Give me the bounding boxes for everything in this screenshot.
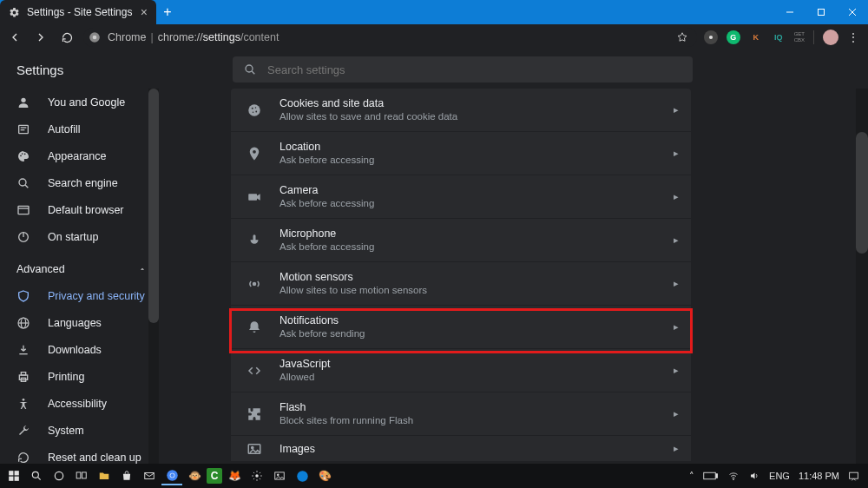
setting-row-motion-sensors[interactable]: Motion sensorsAllow sites to use motion … [231, 262, 691, 306]
start-button[interactable] [3, 466, 24, 485]
svg-rect-35 [248, 194, 257, 201]
sidebar-item-on-startup[interactable]: On startup [0, 223, 159, 250]
taskbar-app-edge[interactable] [292, 466, 312, 485]
sidebar-item-search-engine[interactable]: Search engine [0, 169, 159, 196]
task-view-icon[interactable] [71, 466, 92, 485]
person-icon [16, 96, 30, 109]
tray-lang[interactable]: ENG [769, 471, 790, 481]
wrench-icon [16, 424, 30, 438]
tray-volume-icon[interactable] [748, 471, 760, 481]
menu-kebab-icon[interactable]: ⋮ [847, 30, 859, 44]
extension-camera-icon[interactable] [704, 30, 718, 44]
palette-icon [16, 149, 30, 163]
taskbar-app-photos[interactable] [269, 466, 290, 485]
setting-row-camera[interactable]: CameraAsk before accessing ▸ [231, 175, 691, 219]
sidebar-item-languages[interactable]: Languages [0, 309, 159, 336]
puzzle-icon [247, 406, 262, 422]
taskbar-app-mail[interactable] [139, 466, 160, 485]
sidebar-scrollbar[interactable] [148, 89, 159, 464]
system-tray[interactable]: ˄ ENG 11:48 PM [689, 471, 865, 482]
window-close-button[interactable] [837, 0, 868, 24]
profile-avatar[interactable] [823, 30, 838, 45]
svg-point-13 [20, 155, 22, 156]
sidebar-item-label: Printing [48, 371, 84, 383]
tray-time[interactable]: 11:48 PM [799, 471, 839, 481]
extension-icons: G K IQ GETCBX ⋮ [704, 30, 863, 45]
setting-row-javascript[interactable]: JavaScriptAllowed ▸ [231, 349, 691, 392]
sidebar-item-you-and-google[interactable]: You and Google [0, 89, 159, 115]
taskbar-app-explorer[interactable] [94, 466, 115, 485]
settings-search[interactable] [233, 56, 693, 82]
svg-point-15 [24, 153, 26, 155]
taskbar-app-generic-1[interactable]: 🐵 [184, 466, 205, 485]
svg-rect-42 [9, 477, 13, 481]
sidebar-item-appearance[interactable]: Appearance [0, 142, 159, 169]
svg-point-6 [709, 36, 713, 39]
taskbar-app-settings[interactable] [247, 466, 267, 485]
windows-taskbar: 🐵 C 🦊 🎨 ˄ ENG 11:48 PM [0, 464, 868, 488]
sidebar-item-autofill[interactable]: Autofill [0, 115, 159, 142]
forward-button[interactable] [31, 28, 50, 47]
chevron-right-icon: ▸ [674, 408, 679, 419]
svg-point-31 [252, 107, 253, 109]
svg-point-9 [21, 97, 25, 102]
sidebar-item-system[interactable]: System [0, 417, 159, 444]
search-icon [16, 176, 30, 190]
setting-row-cookies[interactable]: Cookies and site dataAllow sites to save… [231, 89, 691, 132]
tray-notifications-icon[interactable] [848, 471, 859, 482]
settings-search-input[interactable] [267, 63, 682, 76]
sidebar-item-reset[interactable]: Reset and clean up [0, 444, 159, 464]
reset-icon [16, 451, 30, 465]
tray-wifi-icon[interactable] [727, 471, 740, 481]
sidebar-item-downloads[interactable]: Downloads [0, 336, 159, 363]
taskbar-app-store[interactable] [116, 466, 137, 485]
svg-point-29 [23, 399, 25, 401]
search-taskbar-icon[interactable] [26, 466, 47, 485]
window-maximize-button[interactable] [806, 0, 837, 24]
sidebar-item-printing[interactable]: Printing [0, 363, 159, 390]
extension-grammarly-icon[interactable]: G [727, 30, 740, 44]
sidebar: You and Google Autofill Appearance Searc… [0, 89, 159, 464]
setting-row-microphone[interactable]: MicrophoneAsk before accessing ▸ [231, 219, 691, 262]
setting-row-flash[interactable]: FlashBlock sites from running Flash ▸ [231, 392, 691, 436]
svg-rect-58 [716, 474, 718, 478]
setting-row-location[interactable]: LocationAsk before accessing ▸ [231, 132, 691, 175]
chevron-right-icon: ▸ [674, 191, 679, 202]
taskbar-app-camtasia[interactable]: C [207, 468, 222, 484]
sidebar-item-label: Privacy and security [48, 290, 145, 302]
reload-button[interactable] [57, 28, 76, 47]
code-icon [247, 363, 262, 379]
tray-battery-icon[interactable] [703, 472, 719, 480]
sidebar-item-privacy-security[interactable]: Privacy and security [0, 282, 159, 309]
new-tab-button[interactable]: + [156, 0, 179, 24]
svg-rect-40 [9, 471, 13, 475]
setting-row-images[interactable]: Images ▸ [231, 436, 691, 462]
bookmark-star-icon[interactable] [676, 31, 688, 43]
extension-cbx-icon[interactable]: GETCBX [794, 31, 805, 43]
taskbar-app-chrome[interactable] [161, 466, 182, 485]
sidebar-advanced-toggle[interactable]: Advanced [0, 255, 159, 282]
printer-icon [16, 370, 30, 384]
setting-row-notifications[interactable]: NotificationsAsk before sending ▸ [231, 306, 691, 349]
sidebar-item-accessibility[interactable]: Accessibility [0, 390, 159, 417]
main-scrollbar[interactable] [856, 89, 868, 464]
extension-iq-icon[interactable]: IQ [772, 30, 786, 44]
window-titlebar: Settings - Site Settings × + [0, 0, 868, 24]
taskbar-app-paint[interactable]: 🎨 [314, 466, 335, 485]
sidebar-item-default-browser[interactable]: Default browser [0, 196, 159, 223]
address-bar[interactable]: Chrome|chrome://settings/content [83, 28, 697, 47]
extension-k-icon[interactable]: K [749, 30, 763, 44]
tray-chevron-icon[interactable]: ˄ [689, 471, 694, 482]
globe-icon [16, 316, 30, 330]
chevron-right-icon: ▸ [674, 104, 679, 115]
cortana-icon[interactable] [49, 466, 69, 485]
back-button[interactable] [5, 28, 24, 47]
url-origin: Chrome|chrome://settings/content [108, 31, 279, 43]
browser-tab[interactable]: Settings - Site Settings × [0, 0, 156, 24]
svg-rect-41 [15, 471, 19, 475]
close-tab-icon[interactable]: × [141, 5, 148, 19]
shield-icon [16, 289, 30, 303]
cookie-icon [247, 102, 262, 118]
window-minimize-button[interactable] [774, 0, 806, 24]
taskbar-app-generic-2[interactable]: 🦊 [224, 466, 245, 485]
